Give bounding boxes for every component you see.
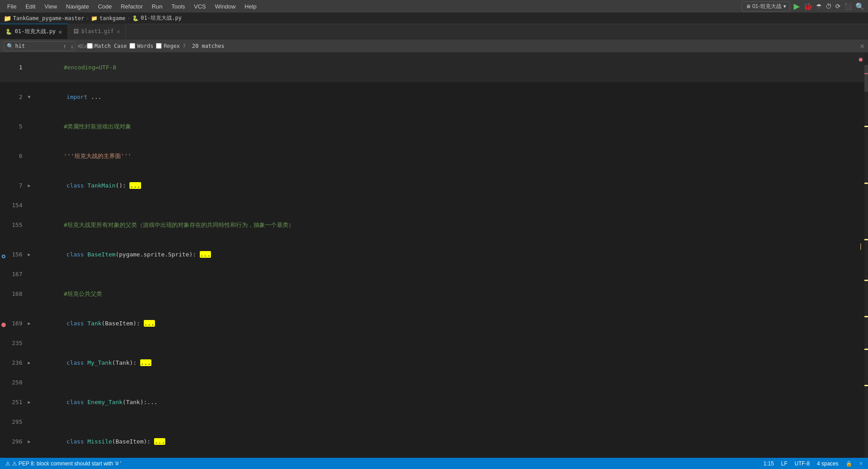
line-156: 156 ▶ class BaseItem(pygame.sprite.Sprit… [0, 240, 868, 269]
regex-option[interactable]: Regex [156, 43, 180, 49]
match-case-checkbox[interactable] [87, 43, 93, 49]
line-num-167: 167 [7, 269, 28, 279]
fold-btn-2[interactable]: ▼ [28, 92, 30, 102]
line-169: 169 ▶ class Tank(BaseItem): ... [0, 309, 868, 338]
run-config-dropdown[interactable]: 🖥 01-坦克大战 ▾ [742, 1, 790, 12]
tab-main-file[interactable]: 🐍 01-坦克大战.py ✕ [0, 24, 68, 39]
line-content-6: '''坦克大战的主界面''' [29, 141, 868, 171]
search-next-button[interactable]: ↓ [69, 43, 74, 50]
line-content-251: class Enemy_Tank(Tank):... [31, 388, 868, 417]
menu-tools[interactable]: Tools [168, 2, 189, 11]
stop-button[interactable]: ⬛ [844, 3, 852, 10]
cursor-position[interactable]: 1:15 [764, 460, 774, 467]
build-button[interactable]: ⟳ [835, 3, 841, 10]
statusbar: ⚠ ⚠ PEP 8: block comment should start wi… [0, 458, 868, 469]
tab-close-gif[interactable]: ✕ [116, 28, 120, 35]
line-content-295 [29, 417, 868, 427]
fold-btn-169[interactable]: ▶ [28, 319, 30, 328]
line-167: 167 [0, 269, 868, 279]
fold-btn-156[interactable]: ▶ [28, 250, 30, 260]
line-295: 295 [0, 417, 868, 427]
filter-button[interactable]: ⧖ [80, 42, 84, 50]
scroll-thumb[interactable] [864, 65, 868, 92]
line-num-2: 2 [7, 92, 28, 102]
fold-btn-7[interactable]: ▶ [28, 181, 30, 191]
line-251: 251 ▶ class Enemy_Tank(Tank):... [0, 388, 868, 417]
tab-bar: 🐍 01-坦克大战.py ✕ 🖼 blast1.gif ✕ [0, 24, 868, 39]
breadcrumb: 📁 TankGame_pygame-master › 📁 tankgame › … [0, 13, 868, 24]
line-content-235 [29, 338, 868, 348]
search-prev-button[interactable]: ↑ [62, 43, 67, 50]
match-case-option[interactable]: Match Case [87, 43, 127, 49]
line-content-155: #坦克大战里所有对象的父类（游戏中出现的对象存在的共同特性和行为，抽象一个基类） [29, 210, 868, 240]
menu-help[interactable]: Help [241, 2, 260, 11]
fold-btn-236[interactable]: ▶ [28, 358, 30, 368]
search-input[interactable] [15, 43, 60, 49]
run-config-label: 01-坦克大战 [752, 3, 782, 10]
line-content-169: class Tank(BaseItem): ... [31, 309, 868, 338]
menu-view[interactable]: View [41, 2, 60, 11]
search-everywhere-button[interactable]: 🔍 [855, 2, 864, 11]
menu-window[interactable]: Window [211, 2, 239, 11]
line-content-5: #类属性封装游戏出现对象 [29, 112, 868, 141]
menu-file[interactable]: File [4, 2, 20, 11]
words-checkbox[interactable] [129, 43, 135, 49]
line-num-235: 235 [7, 338, 28, 348]
menu-navigate[interactable]: Navigate [62, 2, 92, 11]
indent[interactable]: 4 spaces [817, 460, 838, 467]
breadcrumb-folder[interactable]: tankgame [99, 15, 125, 21]
regex-checkbox[interactable] [156, 43, 162, 49]
line-separator[interactable]: LF [781, 460, 787, 467]
tab-gif-file[interactable]: 🖼 blast1.gif ✕ [68, 24, 126, 39]
menu-refactor[interactable]: Refactor [117, 2, 146, 11]
menu-code[interactable]: Code [95, 2, 116, 11]
line-num-156: 156 [7, 250, 28, 260]
statusbar-warning[interactable]: ⚠ PEP 8: block comment should start with… [12, 460, 121, 467]
profile-button[interactable]: ⏱ [825, 3, 832, 10]
breakpoint-169 [1, 323, 6, 327]
debug-button[interactable]: 🐞 [804, 2, 812, 11]
line-content-1: #encoding=UTF-8 [29, 53, 868, 82]
scroll-mark-2 [864, 183, 868, 184]
scroll-indicator[interactable] [864, 53, 868, 458]
breakpoint-area-156 [0, 252, 7, 258]
menu-vcs[interactable]: VCS [190, 2, 210, 11]
line-num-295: 295 [7, 417, 28, 427]
scroll-mark-7 [864, 385, 868, 386]
line-num-296: 296 [7, 437, 28, 447]
search-help[interactable]: ? [183, 43, 186, 49]
line-num-251: 251 [7, 397, 28, 407]
scroll-mark-4 [864, 280, 868, 281]
line-content-236: class My_Tank(Tank): ... [31, 348, 868, 378]
search-match-count: 20 matches [192, 43, 224, 49]
encoding[interactable]: UTF-8 [795, 460, 810, 467]
line-content-167 [29, 269, 868, 279]
warning-indicator-156: | [859, 241, 863, 251]
tab-close-main[interactable]: ✕ [58, 28, 62, 35]
menu-run[interactable]: Run [148, 2, 166, 11]
line-content-250 [29, 378, 868, 388]
words-option[interactable]: Words [129, 43, 153, 49]
scroll-mark-6 [864, 349, 868, 350]
tab-icon-py: 🐍 [5, 29, 12, 35]
line-168: 168 #坦克公共父类 [0, 279, 868, 309]
search-close-button[interactable]: ✕ [860, 42, 864, 50]
breadcrumb-project[interactable]: TankGame_pygame-master [13, 15, 84, 21]
line-num-155: 155 [7, 220, 28, 230]
line-296: 296 ▶ class Missile(BaseItem): ... [0, 427, 868, 456]
breadcrumb-file[interactable]: 01-坦克大战.py [141, 14, 181, 22]
line-num-6: 6 [7, 151, 28, 161]
line-content-362 [29, 456, 868, 458]
menu-edit[interactable]: Edit [22, 2, 39, 11]
line-content-154 [29, 200, 868, 210]
code-lines: 1 #encoding=UTF-8 ● 2 ▼ import ... 5 [0, 53, 868, 458]
fold-btn-296[interactable]: ▶ [28, 437, 30, 447]
line-num-154: 154 [7, 200, 28, 210]
code-area[interactable]: 1 #encoding=UTF-8 ● 2 ▼ import ... 5 [0, 53, 868, 458]
fold-btn-251[interactable]: ▶ [28, 397, 30, 407]
line-num-7: 7 [7, 181, 28, 191]
line-235: 235 [0, 338, 868, 348]
line-num-362: 362 [7, 456, 28, 458]
run-button[interactable]: ▶ [794, 1, 800, 11]
coverage-button[interactable]: ☂ [816, 3, 822, 10]
